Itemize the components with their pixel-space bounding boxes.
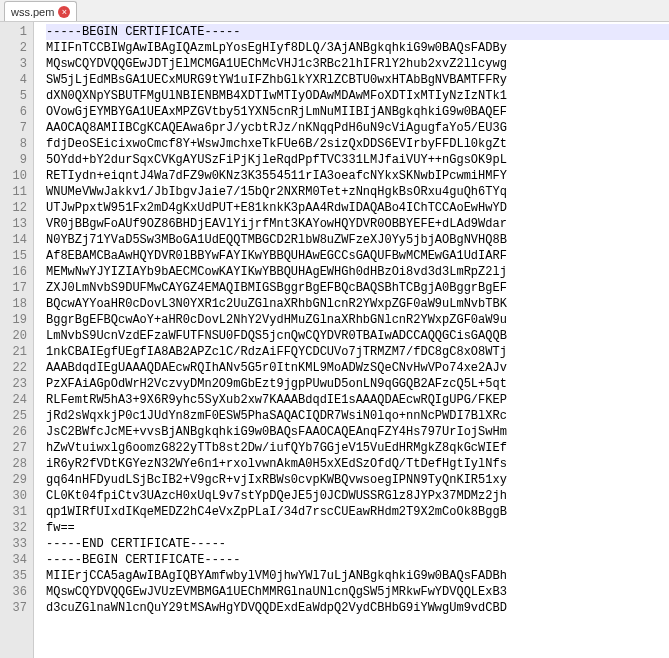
code-line[interactable]: -----BEGIN CERTIFICATE----- <box>46 552 669 568</box>
code-line[interactable]: iR6yR2fVDtKGYezN32WYe6n1+rxolvwnAkmA0H5x… <box>46 456 669 472</box>
line-number: 35 <box>8 568 27 584</box>
line-number: 23 <box>8 376 27 392</box>
code-line[interactable]: dXN0QXNpYSBUTFMgUlNBIENBMB4XDTIwMTIyODAw… <box>46 88 669 104</box>
line-number: 21 <box>8 344 27 360</box>
code-line[interactable]: RLFemtRW5hA3+9X6R9yhc5SyXub2xw7KAAABdqdI… <box>46 392 669 408</box>
tab-filename: wss.pem <box>11 6 54 18</box>
code-line[interactable]: AAABdqdIEgUAAAQDAEcwRQIhANv5G5r0ItnKML9M… <box>46 360 669 376</box>
line-number: 29 <box>8 472 27 488</box>
line-number: 24 <box>8 392 27 408</box>
line-number: 15 <box>8 248 27 264</box>
code-line[interactable]: UTJwPpxtW951Fx2mD4gKxUdPUT+E81knkK3pAA4R… <box>46 200 669 216</box>
line-number: 7 <box>8 120 27 136</box>
line-number: 25 <box>8 408 27 424</box>
code-line[interactable]: RETIydn+eiqntJ4Wa7dFZ9w0KNz3K3554511rIA3… <box>46 168 669 184</box>
code-line[interactable]: WNUMeVWwJakkv1/JbIbgvJaie7/15bQr2NXRM0Te… <box>46 184 669 200</box>
line-number: 27 <box>8 440 27 456</box>
line-number: 34 <box>8 552 27 568</box>
line-number: 32 <box>8 520 27 536</box>
editor[interactable]: 1234567891011121314151617181920212223242… <box>0 22 669 658</box>
code-line[interactable]: N0YBZj71YVaD5Sw3MBoGA1UdEQQTMBGCD2RlbW8u… <box>46 232 669 248</box>
line-number: 13 <box>8 216 27 232</box>
code-line[interactable]: ZXJ0LmNvbS9DUFMwCAYGZ4EMAQIBMIGSBggrBgEF… <box>46 280 669 296</box>
line-number: 16 <box>8 264 27 280</box>
code-line[interactable]: MEMwNwYJYIZIAYb9bAECMCowKAYIKwYBBQUHAgEW… <box>46 264 669 280</box>
code-line[interactable]: MQswCQYDVQQGEwJDTjElMCMGA1UEChMcVHJ1c3RB… <box>46 56 669 72</box>
line-number: 17 <box>8 280 27 296</box>
line-number: 12 <box>8 200 27 216</box>
line-number-gutter: 1234567891011121314151617181920212223242… <box>0 22 34 658</box>
code-line[interactable]: -----BEGIN CERTIFICATE----- <box>46 24 669 40</box>
file-tab[interactable]: wss.pem × <box>4 1 77 21</box>
tab-bar: wss.pem × <box>0 0 669 22</box>
line-number: 2 <box>8 40 27 56</box>
line-number: 18 <box>8 296 27 312</box>
code-line[interactable]: LmNvbS9UcnVzdEFzaWFUTFNSU0FDQS5jcnQwCQYD… <box>46 328 669 344</box>
code-content[interactable]: -----BEGIN CERTIFICATE-----MIIFnTCCBIWgA… <box>34 22 669 658</box>
line-number: 14 <box>8 232 27 248</box>
line-number: 3 <box>8 56 27 72</box>
code-line[interactable]: fw== <box>46 520 669 536</box>
code-line[interactable]: AAOCAQ8AMIIBCgKCAQEAwa6prJ/ycbtRJz/nKNqq… <box>46 120 669 136</box>
code-line[interactable]: -----END CERTIFICATE----- <box>46 536 669 552</box>
line-number: 6 <box>8 104 27 120</box>
code-line[interactable]: jRd2sWqxkjP0c1JUdYn8zmF0ESW5PhaSAQACIQDR… <box>46 408 669 424</box>
code-line[interactable]: qp1WIRfUIxdIKqeMEDZ2hC4eVxZpPLaI/34d7rsc… <box>46 504 669 520</box>
code-line[interactable]: gq64nHFDyudLSjBcIB2+V9gcR+vjIxRBWs0cvpKW… <box>46 472 669 488</box>
code-line[interactable]: CL0Kt04fpiCtv3UAzcH0xUqL9v7stYpDQeJE5j0J… <box>46 488 669 504</box>
code-line[interactable]: OVowGjEYMBYGA1UEAxMPZGVtby51YXN5cnRjLmNu… <box>46 104 669 120</box>
code-line[interactable]: VR0jBBgwFoAUf9OZ86BHDjEAVlYijrfMnt3KAYow… <box>46 216 669 232</box>
line-number: 8 <box>8 136 27 152</box>
line-number: 9 <box>8 152 27 168</box>
line-number: 28 <box>8 456 27 472</box>
code-line[interactable]: 5OYdd+bY2durSqxCVKgAYUSzFiPjKjleRqdPpfTV… <box>46 152 669 168</box>
code-line[interactable]: MIIFnTCCBIWgAwIBAgIQAzmLpYosEgHIyf8DLQ/3… <box>46 40 669 56</box>
code-line[interactable]: BQcwAYYoaHR0cDovL3N0YXR1c2UuZGlnaXRhbGNl… <box>46 296 669 312</box>
code-line[interactable]: fdjDeoSEicixwoCmcf8Y+WswJmchxeTkFUe6B/2s… <box>46 136 669 152</box>
line-number: 1 <box>8 24 27 40</box>
line-number: 11 <box>8 184 27 200</box>
line-number: 30 <box>8 488 27 504</box>
line-number: 4 <box>8 72 27 88</box>
code-line[interactable]: MIIErjCCA5agAwIBAgIQBYAmfwbylVM0jhwYWl7u… <box>46 568 669 584</box>
line-number: 37 <box>8 600 27 616</box>
line-number: 31 <box>8 504 27 520</box>
line-number: 33 <box>8 536 27 552</box>
line-number: 22 <box>8 360 27 376</box>
line-number: 10 <box>8 168 27 184</box>
line-number: 20 <box>8 328 27 344</box>
code-line[interactable]: PzXFAiAGpOdWrH2VczvyDMn2O9mGbEzt9jgpPUwu… <box>46 376 669 392</box>
line-number: 26 <box>8 424 27 440</box>
code-line[interactable]: hZwVtuiwxlg6oomzG822yTTb8st2Dw/iufQYb7GG… <box>46 440 669 456</box>
code-line[interactable]: d3cuZGlnaWNlcnQuY29tMSAwHgYDVQQDExdEaWdp… <box>46 600 669 616</box>
code-line[interactable]: MQswCQYDVQQGEwJVUzEVMBMGA1UEChMMRGlnaUNl… <box>46 584 669 600</box>
close-icon[interactable]: × <box>58 6 70 18</box>
code-line[interactable]: Af8EBAMCBaAwHQYDVR0lBBYwFAYIKwYBBQUHAwEG… <box>46 248 669 264</box>
line-number: 5 <box>8 88 27 104</box>
line-number: 19 <box>8 312 27 328</box>
code-line[interactable]: SW5jLjEdMBsGA1UECxMURG9tYW1uIFZhbGlkYXRl… <box>46 72 669 88</box>
line-number: 36 <box>8 584 27 600</box>
code-line[interactable]: BggrBgEFBQcwAoY+aHR0cDovL2NhY2VydHMuZGln… <box>46 312 669 328</box>
code-line[interactable]: JsC2BWfcJcME+vvsBjANBgkqhkiG9w0BAQsFAAOC… <box>46 424 669 440</box>
code-line[interactable]: 1nkCBAIEgfUEgfIA8AB2APZclC/RdzAiFFQYCDCU… <box>46 344 669 360</box>
